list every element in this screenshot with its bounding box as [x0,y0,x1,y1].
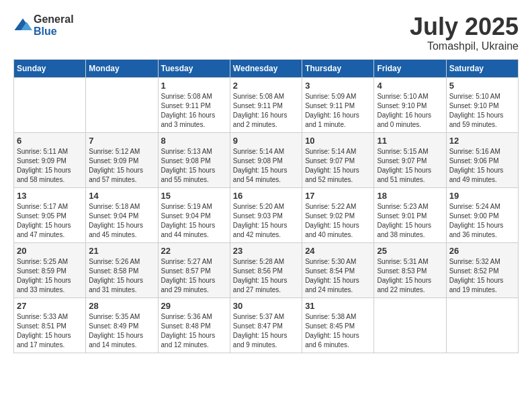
day-info: Sunrise: 5:23 AM Sunset: 9:01 PM Dayligh… [377,202,443,240]
sunset-text: Sunset: 9:02 PM [305,212,355,220]
day-info: Sunrise: 5:37 AM Sunset: 8:47 PM Dayligh… [233,312,299,350]
logo: General Blue [13,13,74,38]
daylight-text: Daylight: 15 hours and 31 minutes. [89,277,143,293]
sunset-text: Sunset: 9:06 PM [449,157,499,165]
daylight-text: Daylight: 15 hours and 33 minutes. [17,277,71,293]
sunrise-text: Sunrise: 5:36 AM [161,313,212,320]
sunset-text: Sunset: 8:57 PM [161,267,211,275]
sunrise-text: Sunrise: 5:30 AM [305,258,356,265]
daylight-text: Daylight: 15 hours and 12 minutes. [161,332,216,349]
day-info: Sunrise: 5:08 AM Sunset: 9:11 PM Dayligh… [233,92,299,130]
day-info: Sunrise: 5:32 AM Sunset: 8:52 PM Dayligh… [449,257,515,295]
day-info: Sunrise: 5:14 AM Sunset: 9:07 PM Dayligh… [305,147,371,185]
sunset-text: Sunset: 9:08 PM [161,157,211,165]
calendar-cell: 26 Sunrise: 5:32 AM Sunset: 8:52 PM Dayl… [446,242,518,298]
sunset-text: Sunset: 9:09 PM [89,157,138,165]
daylight-text: Daylight: 15 hours and 29 minutes. [161,277,216,293]
daylight-text: Daylight: 15 hours and 54 minutes. [233,167,287,183]
day-number: 28 [89,301,154,311]
sunset-text: Sunset: 8:51 PM [17,322,66,330]
sunrise-text: Sunrise: 5:28 AM [233,258,284,265]
day-number: 26 [449,246,515,256]
calendar-cell: 9 Sunrise: 5:14 AM Sunset: 9:08 PM Dayli… [230,132,302,187]
sunset-text: Sunset: 9:11 PM [233,102,283,109]
day-number: 22 [161,246,227,256]
title-block: July 2025 Tomashpil, Ukraine [410,13,519,52]
sunset-text: Sunset: 9:09 PM [17,157,66,165]
day-info: Sunrise: 5:36 AM Sunset: 8:48 PM Dayligh… [161,312,227,350]
calendar-cell [374,298,446,353]
calendar-cell: 30 Sunrise: 5:37 AM Sunset: 8:47 PM Dayl… [230,298,302,353]
sunset-text: Sunset: 8:53 PM [377,267,427,275]
calendar-cell: 10 Sunrise: 5:14 AM Sunset: 9:07 PM Dayl… [302,132,374,187]
weekday-header-wednesday: Wednesday [230,59,302,77]
day-info: Sunrise: 5:16 AM Sunset: 9:06 PM Dayligh… [449,147,515,185]
calendar-cell: 3 Sunrise: 5:09 AM Sunset: 9:11 PM Dayli… [302,77,374,132]
calendar-cell: 21 Sunrise: 5:26 AM Sunset: 8:58 PM Dayl… [86,242,158,298]
calendar-cell: 20 Sunrise: 5:25 AM Sunset: 8:59 PM Dayl… [14,242,86,298]
daylight-text: Daylight: 15 hours and 42 minutes. [233,222,287,238]
daylight-text: Daylight: 16 hours and 0 minutes. [377,111,431,128]
sunrise-text: Sunrise: 5:22 AM [305,203,356,210]
calendar-cell: 28 Sunrise: 5:35 AM Sunset: 8:49 PM Dayl… [86,298,158,353]
daylight-text: Daylight: 15 hours and 58 minutes. [17,167,71,183]
day-info: Sunrise: 5:15 AM Sunset: 9:07 PM Dayligh… [377,147,443,185]
calendar-cell: 6 Sunrise: 5:11 AM Sunset: 9:09 PM Dayli… [14,132,86,187]
sunrise-text: Sunrise: 5:15 AM [377,148,428,155]
day-info: Sunrise: 5:33 AM Sunset: 8:51 PM Dayligh… [17,312,83,350]
day-number: 13 [17,191,83,201]
day-info: Sunrise: 5:17 AM Sunset: 9:05 PM Dayligh… [17,202,83,240]
weekday-header-row: SundayMondayTuesdayWednesdayThursdayFrid… [14,59,519,77]
calendar-week-row: 6 Sunrise: 5:11 AM Sunset: 9:09 PM Dayli… [14,132,519,187]
day-info: Sunrise: 5:31 AM Sunset: 8:53 PM Dayligh… [377,257,443,295]
daylight-text: Daylight: 16 hours and 3 minutes. [161,111,216,128]
calendar-week-row: 1 Sunrise: 5:08 AM Sunset: 9:11 PM Dayli… [14,77,519,132]
daylight-text: Daylight: 15 hours and 45 minutes. [89,222,143,238]
calendar-cell: 25 Sunrise: 5:31 AM Sunset: 8:53 PM Dayl… [374,242,446,298]
sunrise-text: Sunrise: 5:20 AM [233,203,284,210]
day-info: Sunrise: 5:26 AM Sunset: 8:58 PM Dayligh… [89,257,154,295]
sunrise-text: Sunrise: 5:11 AM [17,148,68,155]
sunset-text: Sunset: 8:54 PM [305,267,355,275]
calendar-cell: 2 Sunrise: 5:08 AM Sunset: 9:11 PM Dayli… [230,77,302,132]
sunset-text: Sunset: 9:04 PM [89,212,138,220]
sunset-text: Sunset: 8:52 PM [449,267,499,275]
sunrise-text: Sunrise: 5:35 AM [89,313,140,320]
sunset-text: Sunset: 9:10 PM [449,102,499,109]
day-number: 15 [161,191,227,201]
calendar-cell: 27 Sunrise: 5:33 AM Sunset: 8:51 PM Dayl… [14,298,86,353]
calendar-cell: 14 Sunrise: 5:18 AM Sunset: 9:04 PM Dayl… [86,187,158,242]
sunset-text: Sunset: 9:07 PM [377,157,427,165]
daylight-text: Daylight: 15 hours and 38 minutes. [377,222,431,238]
daylight-text: Daylight: 15 hours and 55 minutes. [161,167,216,183]
day-info: Sunrise: 5:13 AM Sunset: 9:08 PM Dayligh… [161,147,227,185]
sunset-text: Sunset: 8:49 PM [89,322,138,330]
page-header: General Blue July 2025 Tomashpil, Ukrain… [13,13,519,52]
day-info: Sunrise: 5:14 AM Sunset: 9:08 PM Dayligh… [233,147,299,185]
day-info: Sunrise: 5:09 AM Sunset: 9:11 PM Dayligh… [305,92,371,130]
sunrise-text: Sunrise: 5:09 AM [305,93,356,100]
sunrise-text: Sunrise: 5:16 AM [449,148,500,155]
calendar-cell: 13 Sunrise: 5:17 AM Sunset: 9:05 PM Dayl… [14,187,86,242]
sunrise-text: Sunrise: 5:13 AM [161,148,212,155]
weekday-header-thursday: Thursday [302,59,374,77]
day-info: Sunrise: 5:19 AM Sunset: 9:04 PM Dayligh… [161,202,227,240]
sunset-text: Sunset: 9:04 PM [161,212,211,220]
day-number: 25 [377,246,443,256]
sunset-text: Sunset: 9:11 PM [305,102,355,109]
day-info: Sunrise: 5:08 AM Sunset: 9:11 PM Dayligh… [161,92,227,130]
calendar-cell: 24 Sunrise: 5:30 AM Sunset: 8:54 PM Dayl… [302,242,374,298]
calendar-cell: 15 Sunrise: 5:19 AM Sunset: 9:04 PM Dayl… [158,187,230,242]
day-number: 12 [449,136,515,146]
weekday-header-monday: Monday [86,59,158,77]
day-info: Sunrise: 5:10 AM Sunset: 9:10 PM Dayligh… [449,92,515,130]
daylight-text: Daylight: 15 hours and 22 minutes. [377,277,431,293]
sunset-text: Sunset: 9:11 PM [161,102,211,109]
sunrise-text: Sunrise: 5:37 AM [233,313,284,320]
sunrise-text: Sunrise: 5:10 AM [449,93,500,100]
calendar-cell: 23 Sunrise: 5:28 AM Sunset: 8:56 PM Dayl… [230,242,302,298]
month-title: July 2025 [410,13,519,40]
sunset-text: Sunset: 8:59 PM [17,267,66,275]
day-number: 24 [305,246,371,256]
day-info: Sunrise: 5:11 AM Sunset: 9:09 PM Dayligh… [17,147,83,185]
